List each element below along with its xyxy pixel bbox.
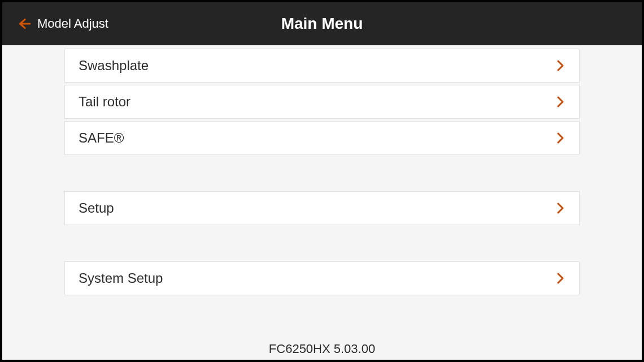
menu-group-1: Swashplate Tail rotor SAFE® (64, 49, 580, 155)
version-footer: FC6250HX 5.03.00 (2, 342, 642, 356)
menu-item-label: SAFE® (79, 130, 124, 146)
chevron-right-icon (555, 131, 565, 145)
back-button[interactable]: Model Adjust (16, 16, 108, 32)
back-label: Model Adjust (37, 16, 108, 31)
menu-item-tail-rotor[interactable]: Tail rotor (64, 85, 580, 119)
menu-item-system-setup[interactable]: System Setup (64, 261, 580, 295)
menu-item-label: Setup (79, 200, 114, 216)
chevron-right-icon (555, 201, 565, 215)
menu-item-safe[interactable]: SAFE® (64, 121, 580, 155)
menu-item-setup[interactable]: Setup (64, 191, 580, 225)
content-area: Swashplate Tail rotor SAFE® Se (2, 45, 642, 360)
chevron-right-icon (555, 95, 565, 109)
menu-group-2: Setup (64, 191, 580, 225)
menu-item-label: System Setup (79, 270, 163, 286)
menu-item-label: Tail rotor (79, 94, 130, 110)
back-arrow-icon (16, 16, 32, 32)
chevron-right-icon (555, 59, 565, 72)
menu-group-3: System Setup (64, 261, 580, 295)
menu-item-swashplate[interactable]: Swashplate (64, 49, 580, 83)
menu-item-label: Swashplate (79, 58, 149, 74)
chevron-right-icon (555, 272, 565, 285)
header-bar: Model Adjust Main Menu (2, 2, 642, 45)
page-title: Main Menu (281, 15, 363, 33)
app-frame: Model Adjust Main Menu Swashplate Tail r… (0, 0, 644, 362)
